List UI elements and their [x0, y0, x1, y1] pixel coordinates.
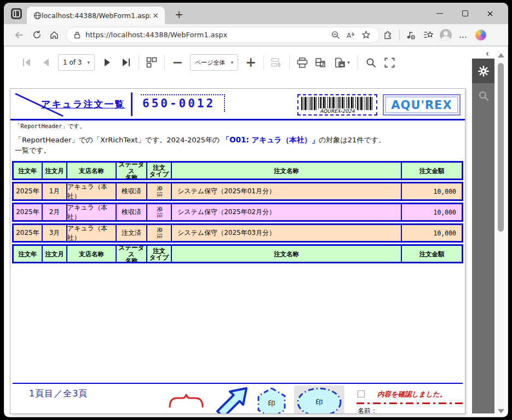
rich-text-highlight: 「O01: アキュラ（本社）」 [222, 135, 319, 144]
favorites-list-icon[interactable] [419, 27, 437, 43]
confirm-text: 内容を確認しました。 [377, 390, 446, 399]
tab-search[interactable] [472, 83, 494, 108]
scroll-down-arrow[interactable] [498, 409, 504, 413]
read-aloud-icon[interactable]: A [343, 28, 358, 42]
close-button[interactable]: × [478, 5, 503, 22]
viewer-side-tabstrip [472, 59, 494, 413]
table-row: 2025年 1月 アキュラ（本社） 検収済 発注 システム保守（2025年01月… [12, 182, 463, 201]
print-button[interactable] [293, 53, 312, 72]
first-page-button[interactable] [18, 53, 36, 72]
col-header-amount: 注文金額 [402, 246, 462, 262]
previous-page-button[interactable] [36, 53, 55, 72]
cell-month: 3月 [43, 225, 67, 241]
viewer-toolbar: 1 of 3 ▾ − ページ全体 ▾ + [4, 47, 508, 78]
zoom-out-page-icon[interactable] [327, 28, 343, 42]
scroll-up-arrow[interactable] [498, 53, 504, 57]
gear-icon [478, 65, 490, 77]
cell-status: 検収済 [117, 183, 147, 199]
report-title-link[interactable]: アキュラ注文一覧 [41, 98, 125, 111]
cell-branch: アキュラ（本社） [67, 225, 117, 241]
zoom-mode-value: ページ全体 [195, 59, 226, 67]
search-button[interactable] [361, 53, 380, 72]
fullscreen-button[interactable] [380, 53, 399, 72]
ellipse-stamp: 印 [296, 387, 343, 414]
profile-avatar[interactable] [437, 27, 455, 43]
page-blank-space [10, 265, 465, 383]
col-header-month: 注文月 [43, 246, 67, 262]
back-button[interactable] [10, 27, 28, 43]
col-header-type: 注文 タイプ [147, 246, 172, 262]
browser-menu-icon[interactable]: … [455, 27, 472, 43]
lock-icon [73, 31, 81, 39]
panel-collapse-chevron-icon[interactable]: ‹ [486, 49, 489, 59]
table-row: 2025年 3月 アキュラ（本社） 注文済 発注 システム保守（2025年03月… [12, 223, 463, 243]
cell-status: 検収済 [117, 204, 147, 220]
col-header-amount: 注文金額 [402, 163, 462, 179]
chevron-down-icon: ▾ [87, 60, 90, 65]
cell-amount: 10,000 [402, 225, 462, 241]
postal-code: 650-0012 [142, 97, 215, 110]
vertical-scrollbar[interactable] [496, 50, 505, 416]
copilot-icon[interactable] [472, 27, 490, 43]
export-button[interactable]: ▾ [330, 53, 354, 72]
report-header-note: 「ReportHeader」です。 [15, 123, 465, 130]
zoom-mode-select[interactable]: ページ全体 ▾ [190, 54, 238, 71]
last-page-button[interactable] [117, 53, 135, 72]
extensions-icon[interactable] [379, 27, 397, 43]
col-header-month: 注文月 [43, 163, 67, 179]
col-header-type: 注文 タイプ [147, 163, 172, 179]
barcode: AQUREX-2024 [297, 94, 377, 116]
tab-bar: localhost:44388/WebForm1.aspx × + × [4, 3, 508, 24]
multipage-view-button[interactable] [142, 53, 161, 72]
toolbar-separator [358, 55, 358, 70]
hexagon-stamp: 印 [256, 387, 287, 414]
table-row: 2025年 2月 アキュラ（本社） 検収済 発注 システム保守（2025年02月… [12, 203, 463, 222]
cell-type: 発注 [147, 183, 172, 199]
page-number-select[interactable]: 1 of 3 ▾ [58, 54, 95, 71]
col-header-name: 注文名称 [172, 163, 402, 179]
report-viewer: 1 of 3 ▾ − ページ全体 ▾ + [4, 47, 508, 417]
home-button[interactable] [45, 27, 63, 43]
tab-close-icon[interactable]: × [151, 10, 160, 20]
cell-month: 2月 [43, 204, 67, 220]
col-header-branch: 支店名称 [67, 246, 117, 262]
rich-text-line2: 一覧です。 [15, 145, 465, 156]
barcode-label: AQUREX-2024 [318, 108, 356, 114]
tab-settings[interactable] [472, 59, 494, 83]
cell-branch: アキュラ（本社） [67, 204, 117, 220]
chevron-down-icon: ▾ [347, 60, 350, 65]
favorite-star-icon[interactable] [358, 28, 373, 42]
refresh-button[interactable] [28, 27, 45, 43]
svg-text:A: A [347, 31, 352, 39]
tab-actions-icon[interactable] [10, 8, 22, 20]
cell-status: 注文済 [117, 225, 147, 241]
zoom-in-button[interactable]: + [241, 53, 260, 72]
address-bar: https://localhost:44388/WebForm1.aspx A [4, 24, 508, 46]
toolbar-separator [164, 55, 165, 70]
zoom-out-button[interactable]: − [168, 53, 187, 72]
maximize-icon [462, 10, 468, 16]
rich-text-before: 「ReportHeader」での「XrRichText」です。2024-2025… [15, 136, 222, 144]
report-header-band: アキュラ注文一覧 650-0012 AQUREX-2024 AQU'REX [13, 92, 463, 117]
confirm-checkbox[interactable] [358, 390, 365, 398]
maximize-button[interactable] [452, 5, 478, 22]
report-footer: 1頁目／全3頁 印 印 [10, 384, 465, 414]
globe-icon [33, 11, 42, 20]
url-text: https://localhost:44388/WebForm1.aspx [85, 31, 327, 39]
new-tab-button[interactable]: + [172, 8, 186, 21]
toolbar-separator [263, 55, 264, 70]
media-controls-icon[interactable] [402, 27, 419, 43]
red-dash-line [356, 402, 465, 404]
browser-tab[interactable]: localhost:44388/WebForm1.aspx × [27, 7, 165, 24]
scrollbar-thumb[interactable] [498, 63, 504, 232]
close-icon: × [486, 9, 493, 18]
rich-text-after: の対象は21件です。 [319, 136, 386, 144]
next-page-button[interactable] [98, 53, 117, 72]
header-divider [131, 93, 133, 116]
print-page-button[interactable] [312, 53, 330, 72]
address-input[interactable]: https://localhost:44388/WebForm1.aspx A [66, 27, 379, 43]
order-table: 注文年 注文月 支店名称 ステータス 名称 注文 タイプ 注文名称 注文金額 2… [12, 161, 463, 263]
toolbar-separator [399, 30, 400, 41]
minimize-button[interactable] [427, 5, 452, 22]
chevron-down-icon: ▾ [231, 60, 234, 65]
